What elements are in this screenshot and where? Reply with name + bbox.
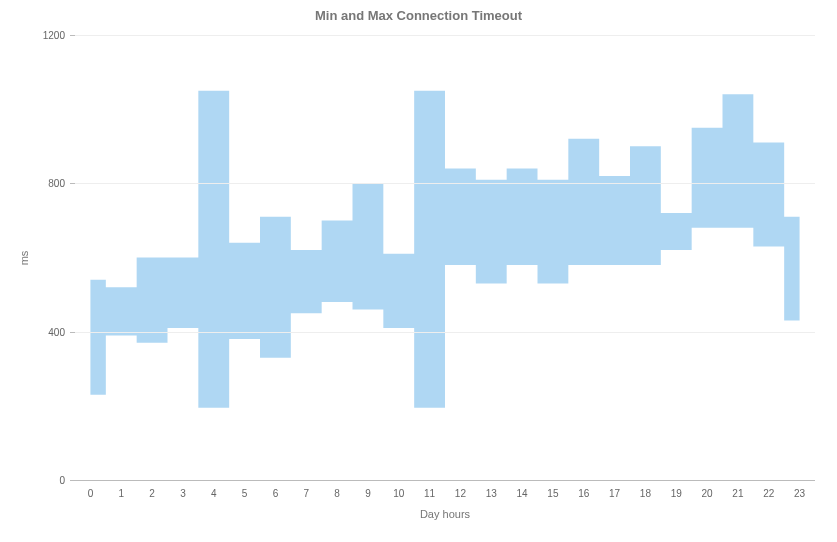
x-tick-label: 15 <box>547 480 558 499</box>
chart-title: Min and Max Connection Timeout <box>0 8 837 23</box>
x-axis-label: Day hours <box>420 508 470 520</box>
x-tick-label: 8 <box>334 480 340 499</box>
y-tick-label: 800 <box>48 178 75 189</box>
y-tick-label: 0 <box>59 475 75 486</box>
y-gridline <box>75 332 815 333</box>
x-tick-label: 2 <box>149 480 155 499</box>
x-tick-label: 16 <box>578 480 589 499</box>
x-tick-label: 10 <box>393 480 404 499</box>
y-tick-label: 1200 <box>43 30 75 41</box>
x-tick-label: 0 <box>88 480 94 499</box>
x-tick-label: 19 <box>671 480 682 499</box>
x-tick-label: 17 <box>609 480 620 499</box>
x-tick-label: 4 <box>211 480 217 499</box>
chart-container: Min and Max Connection Timeout ms Day ho… <box>0 0 837 542</box>
plot-area[interactable]: ms Day hours 040080012000123456789101112… <box>75 35 815 480</box>
y-axis-label: ms <box>18 250 30 265</box>
x-tick-label: 21 <box>732 480 743 499</box>
x-tick-label: 12 <box>455 480 466 499</box>
x-tick-label: 22 <box>763 480 774 499</box>
x-tick-label: 5 <box>242 480 248 499</box>
x-tick-label: 23 <box>794 480 805 499</box>
x-tick-label: 9 <box>365 480 371 499</box>
y-tick-label: 400 <box>48 326 75 337</box>
x-tick-label: 1 <box>118 480 124 499</box>
range-band <box>90 91 799 408</box>
x-tick-label: 11 <box>424 480 435 499</box>
x-tick-label: 18 <box>640 480 651 499</box>
x-tick-label: 20 <box>702 480 713 499</box>
x-tick-label: 7 <box>303 480 309 499</box>
x-tick-label: 6 <box>273 480 279 499</box>
y-gridline <box>75 183 815 184</box>
y-gridline <box>75 35 815 36</box>
x-tick-label: 14 <box>517 480 528 499</box>
x-tick-label: 13 <box>486 480 497 499</box>
range-area-chart <box>75 35 815 480</box>
x-tick-label: 3 <box>180 480 186 499</box>
